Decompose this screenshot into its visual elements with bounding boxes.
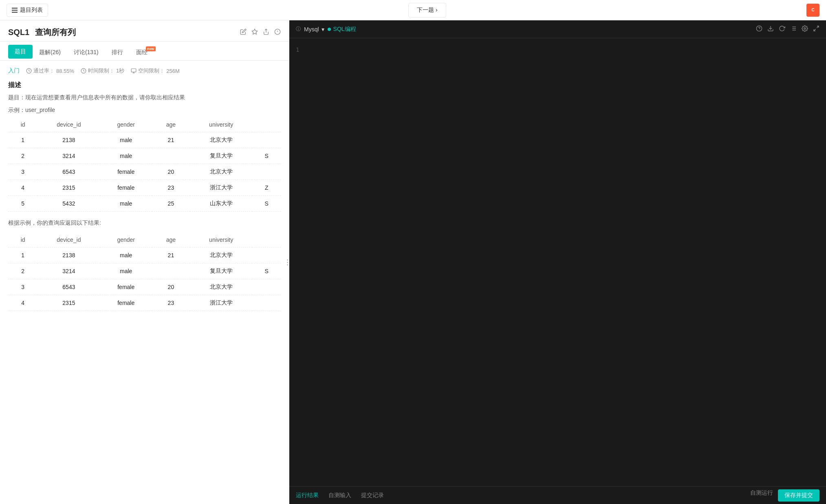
toolbar-left: ⓘ Mysql ▾ SQL编程 — [296, 26, 356, 33]
pass-rate: 通过率： 88.55% — [26, 67, 74, 75]
tab-self-input[interactable]: 自测输入 — [328, 492, 351, 499]
db-info-icon: ⓘ — [296, 26, 301, 33]
result-label: 根据示例，你的查询应返回以下结果: — [8, 218, 281, 227]
list-icon[interactable] — [790, 25, 797, 33]
menu-button[interactable]: 题目列表 — [7, 4, 48, 17]
next-button[interactable]: 下一题 › — [408, 3, 446, 18]
edit-icon[interactable] — [240, 28, 247, 37]
cell-age — [152, 148, 190, 164]
cell-device_id: 5432 — [37, 196, 100, 212]
top-bar: 题目列表 下一题 › C — [0, 0, 826, 20]
cell-id: 2 — [8, 148, 37, 164]
line-numbers: 1 — [296, 45, 819, 55]
difficulty-bar: 入门 通过率： 88.55% 时间限制： 1秒 空间限制： 256M — [8, 67, 281, 75]
cell-gender: male — [100, 263, 152, 279]
tabs-container: 题目 题解(26) 讨论(131) 排行 面经 new — [0, 42, 289, 61]
res-col-age: age — [152, 232, 190, 248]
code-editor[interactable]: 1 — [289, 38, 826, 486]
table-row: 55432male25山东大学S — [8, 196, 281, 212]
hamburger-icon — [12, 8, 18, 13]
table-row: 12138male21北京大学 — [8, 132, 281, 148]
cell-extra: S — [252, 196, 281, 212]
cell-university: 浙江大学 — [190, 180, 252, 196]
res-col-id: id — [8, 232, 37, 248]
cell-device_id: 3214 — [37, 263, 100, 279]
res-col-university: university — [190, 232, 252, 248]
csdn-logo: C — [806, 4, 819, 17]
cell-university: 山东大学 — [190, 196, 252, 212]
cell-device_id: 6543 — [37, 279, 100, 295]
self-run-button[interactable]: 自测运行 — [750, 489, 773, 502]
cell-extra — [252, 295, 281, 311]
cell-university: 北京大学 — [190, 132, 252, 148]
cell-gender: male — [100, 196, 152, 212]
tab-solutions[interactable]: 题解(26) — [33, 46, 67, 60]
cell-extra: Z — [252, 180, 281, 196]
top-bar-center: 下一题 › — [408, 3, 446, 18]
tab-run-result[interactable]: 运行结果 — [296, 492, 319, 499]
tab-discussions[interactable]: 讨论(131) — [67, 46, 105, 60]
resize-handle[interactable] — [286, 20, 289, 504]
cell-age: 25 — [152, 196, 190, 212]
col-gender: gender — [100, 117, 152, 132]
cell-university: 复旦大学 — [190, 263, 252, 279]
cell-age: 23 — [152, 180, 190, 196]
cell-university: 复旦大学 — [190, 148, 252, 164]
res-col-device-id: device_id — [37, 232, 100, 248]
expand-icon[interactable] — [813, 25, 819, 33]
desc-title: 描述 — [8, 81, 281, 90]
pass-rate-label: 通过率： — [33, 67, 55, 75]
tab-interview[interactable]: 面经 new — [130, 46, 154, 60]
problem-icons — [240, 28, 281, 37]
top-bar-left: 题目列表 — [7, 4, 48, 17]
time-limit: 时间限制： 1秒 — [81, 67, 124, 75]
table-row: 42315female23浙江大学Z — [8, 180, 281, 196]
cell-age: 21 — [152, 132, 190, 148]
table-row: 23214male复旦大学S — [8, 263, 281, 279]
tab-problem[interactable]: 题目 — [8, 45, 33, 59]
tab-submit-history[interactable]: 提交记录 — [361, 492, 384, 499]
space-limit: 空间限制： 256M — [131, 67, 180, 75]
cell-id: 3 — [8, 279, 37, 295]
cell-extra: S — [252, 263, 281, 279]
svg-line-21 — [814, 29, 816, 31]
help-icon[interactable] — [756, 25, 762, 33]
download-icon[interactable] — [767, 25, 774, 33]
cell-age: 20 — [152, 279, 190, 295]
cell-id: 3 — [8, 164, 37, 180]
svg-marker-0 — [252, 29, 257, 34]
cell-id: 2 — [8, 263, 37, 279]
settings-icon[interactable] — [802, 25, 808, 33]
bottom-tabs: 运行结果 自测输入 提交记录 自测运行 保存并提交 — [289, 486, 826, 504]
tab-ranking[interactable]: 排行 — [105, 46, 130, 60]
db-selector[interactable]: Mysql ▾ — [304, 26, 324, 33]
table-row: 36543female20北京大学 — [8, 164, 281, 180]
cell-device_id: 2315 — [37, 295, 100, 311]
star-icon[interactable] — [251, 28, 258, 37]
cell-extra — [252, 132, 281, 148]
cell-id: 5 — [8, 196, 37, 212]
problem-title: SQL1 查询所有列 — [8, 27, 76, 38]
example-label: 示例：user_profile — [8, 107, 281, 114]
submit-button[interactable]: 保存并提交 — [778, 489, 819, 502]
cell-id: 4 — [8, 180, 37, 196]
table-row: 36543female20北京大学 — [8, 279, 281, 295]
refresh-icon[interactable] — [779, 25, 785, 33]
share-icon[interactable] — [263, 28, 269, 37]
svg-rect-7 — [131, 69, 136, 72]
svg-point-19 — [804, 28, 806, 29]
cell-university: 北京大学 — [190, 164, 252, 180]
info-icon[interactable] — [274, 28, 281, 37]
table-row: 23214male复旦大学S — [8, 148, 281, 164]
lang-tag: SQL编程 — [328, 26, 356, 33]
table-row: 12138male21北京大学 — [8, 247, 281, 263]
bottom-tab-group: 运行结果 自测输入 提交记录 — [296, 492, 384, 499]
problem-content[interactable]: 入门 通过率： 88.55% 时间限制： 1秒 空间限制： 256M — [0, 61, 289, 504]
col-university: university — [190, 117, 252, 132]
left-panel: SQL1 查询所有列 — [0, 20, 289, 504]
col-id: id — [8, 117, 37, 132]
next-label: 下一题 › — [417, 7, 438, 14]
cell-gender: female — [100, 180, 152, 196]
cell-id: 1 — [8, 247, 37, 263]
lang-label: SQL编程 — [333, 26, 356, 33]
